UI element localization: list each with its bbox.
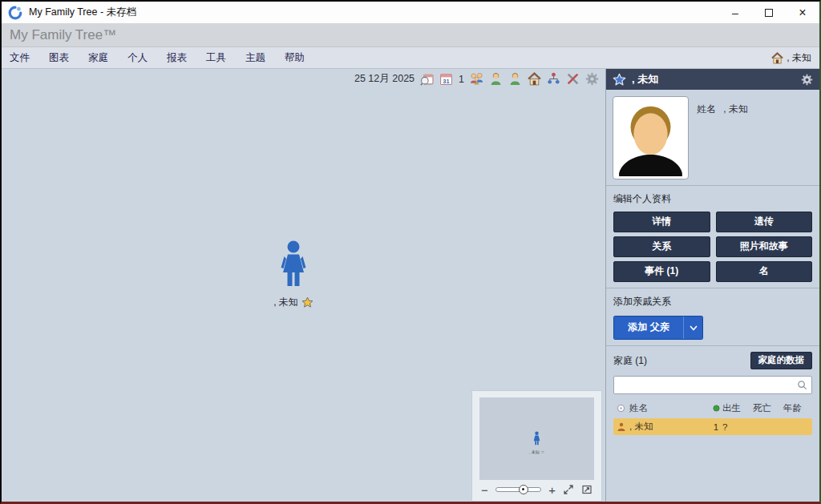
menu-item-file[interactable]: 文件 — [10, 51, 30, 65]
avatar-placeholder — [616, 99, 686, 176]
tree-chart-icon[interactable] — [547, 72, 560, 86]
zoom-in-button[interactable]: + — [548, 484, 556, 496]
add-relative-title: 添加亲戚关系 — [613, 295, 812, 308]
add-father-split-button: 添加 父亲 — [613, 316, 703, 340]
add-relative-dropdown[interactable] — [683, 317, 702, 339]
fit-to-screen-icon[interactable] — [581, 484, 592, 495]
date-search-icon[interactable] — [420, 72, 434, 86]
sidebar-settings-gear-icon[interactable] — [801, 74, 813, 86]
menu-item-themes[interactable]: 主题 — [245, 51, 265, 65]
minimap-person: , 未知 ☆ — [529, 431, 544, 454]
row-marker: 1 — [710, 422, 722, 432]
tree-person-label: , 未知 — [273, 296, 298, 309]
genetics-button[interactable]: 遗传 — [716, 212, 813, 232]
mother-icon[interactable] — [489, 72, 503, 86]
sidebar-header: , 未知 — [606, 69, 819, 90]
menu-item-reports[interactable]: 报表 — [167, 51, 187, 65]
grandmother-icon[interactable] — [508, 72, 522, 86]
app-window: My Family Tree - 未存档 – × My Family Tree™… — [0, 0, 821, 504]
name-label: 姓名 — [697, 103, 716, 115]
tools-icon[interactable] — [566, 72, 580, 86]
tree-canvas[interactable]: 25 12月 2025 31 1 — [2, 69, 605, 502]
profile-photo[interactable] — [613, 96, 689, 179]
edit-profile-section: 编辑个人资料 详情 遗传 关系 照片和故事 事件 (1) 名 — [606, 186, 819, 288]
window-title: My Family Tree - 未存档 — [29, 6, 136, 19]
minimap-panel: , 未知 ☆ − + — [471, 390, 602, 502]
family-table-header: 姓名 出生 死亡 年龄 — [613, 401, 812, 415]
minimap-viewport[interactable]: , 未知 ☆ — [479, 397, 594, 480]
add-relative-section: 添加亲戚关系 添加 父亲 — [606, 288, 819, 346]
green-dot-column-icon — [710, 405, 722, 412]
close-button[interactable]: × — [786, 2, 819, 23]
menu-item-charts[interactable]: 图表 — [49, 51, 69, 65]
add-father-button[interactable]: 添加 父亲 — [614, 317, 683, 339]
svg-text:31: 31 — [443, 78, 449, 85]
header-name[interactable]: 姓名 — [629, 402, 710, 414]
calendar-icon[interactable]: 31 — [439, 72, 453, 86]
family-search — [613, 376, 812, 394]
expand-chart-icon[interactable] — [563, 484, 574, 495]
settings-gear-icon[interactable] — [585, 72, 599, 86]
menu-item-individual[interactable]: 个人 — [127, 51, 148, 65]
app-header: My Family Tree™ — [2, 23, 819, 47]
header-age[interactable]: 年龄 — [783, 402, 809, 414]
family-section: 家庭 (1) 家庭的数据 姓名 出生 — [606, 346, 819, 502]
header-birth[interactable]: 出生 — [722, 402, 753, 414]
people-count-label: 1 — [459, 74, 464, 85]
menubar: 文件 图表 家庭 个人 报表 工具 主题 帮助 , 未知 — [2, 47, 819, 69]
titlebar: My Family Tree - 未存档 – × — [2, 2, 819, 23]
header-death[interactable]: 死亡 — [753, 402, 783, 414]
photos-stories-button[interactable]: 照片和故事 — [716, 236, 813, 257]
current-date-label: 25 12月 2025 — [354, 72, 415, 86]
female-figure-icon — [276, 240, 311, 290]
active-person-label: , 未知 — [787, 51, 811, 65]
name-summary: 姓名 , 未知 — [697, 103, 748, 179]
row-name: , 未知 — [629, 421, 710, 433]
minimap-person-label: , 未知 — [529, 450, 540, 454]
edit-profile-title: 编辑个人资料 — [613, 192, 812, 206]
radio-column-icon — [617, 404, 629, 413]
favorite-star-icon — [301, 296, 313, 308]
family-data-button[interactable]: 家庭的数据 — [750, 352, 813, 369]
home-person-icon — [771, 52, 783, 64]
events-button[interactable]: 事件 (1) — [613, 261, 710, 282]
family-table-row-selected[interactable]: , 未知 1 ? — [613, 418, 812, 435]
profile-summary: 姓名 , 未知 — [606, 90, 819, 186]
menu-item-tools[interactable]: 工具 — [206, 51, 226, 65]
maximize-button[interactable] — [752, 2, 786, 23]
sidebar-person-title: , 未知 — [632, 72, 658, 87]
family-title: 家庭 (1) — [613, 354, 647, 368]
person-row-icon — [617, 422, 629, 432]
relationships-button[interactable]: 关系 — [613, 236, 710, 257]
active-person-shortcut[interactable]: , 未知 — [771, 51, 811, 65]
tree-person-node[interactable]: , 未知 — [263, 240, 324, 309]
names-button[interactable]: 名 — [716, 261, 813, 282]
menu-item-help[interactable]: 帮助 — [285, 51, 305, 65]
zoom-slider[interactable] — [495, 487, 541, 492]
row-birth: ? — [722, 422, 753, 432]
zoom-bar: − + — [479, 480, 594, 499]
minimap-person-icon — [532, 431, 542, 446]
menu-item-family[interactable]: 家庭 — [88, 51, 108, 65]
home-icon[interactable] — [528, 72, 541, 86]
minimize-button[interactable]: – — [718, 2, 752, 23]
main-area: 25 12月 2025 31 1 — [2, 69, 819, 502]
brand-title: My Family Tree™ — [10, 27, 116, 43]
person-sidebar: , 未知 姓名 , 未知 — [605, 69, 819, 502]
canvas-toolbar: 25 12月 2025 31 1 — [354, 72, 599, 86]
zoom-slider-handle[interactable] — [519, 485, 528, 494]
name-value: , 未知 — [723, 103, 748, 115]
favorite-star-icon[interactable] — [613, 73, 626, 87]
family-group-icon[interactable] — [470, 72, 483, 86]
zoom-out-button[interactable]: − — [481, 484, 488, 496]
search-icon — [797, 380, 807, 393]
details-button[interactable]: 详情 — [613, 212, 710, 232]
family-search-input[interactable] — [613, 376, 812, 394]
app-logo-icon — [8, 6, 22, 20]
maximize-icon — [765, 9, 773, 17]
chevron-down-icon — [690, 325, 698, 331]
